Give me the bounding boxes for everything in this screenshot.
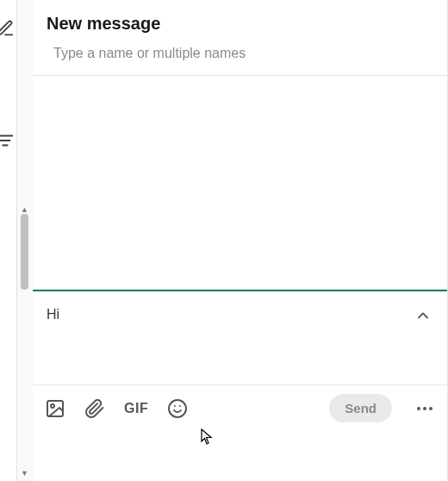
svg-point-9 (423, 407, 426, 410)
image-icon[interactable] (45, 398, 65, 419)
paperclip-icon[interactable] (84, 398, 105, 419)
scroll-down-arrow[interactable]: ▼ (21, 469, 28, 478)
footer-gap (33, 433, 447, 481)
svg-point-10 (429, 407, 432, 410)
conversation-area (33, 76, 447, 290)
send-button[interactable]: Send (329, 394, 392, 422)
more-horizontal-icon[interactable] (414, 398, 435, 419)
recipient-input[interactable] (53, 46, 433, 61)
svg-point-5 (169, 400, 186, 417)
svg-point-8 (417, 407, 420, 410)
panel-header: New message (33, 0, 447, 46)
compose-icon[interactable] (0, 19, 15, 41)
message-input[interactable] (47, 307, 413, 384)
compose-toolbar: GIF Send (33, 385, 447, 433)
svg-point-4 (51, 404, 54, 408)
compose-box: GIF Send (33, 290, 447, 433)
recipient-row (33, 46, 447, 76)
page-title: New message (47, 14, 433, 34)
gif-button[interactable]: GIF (124, 401, 148, 416)
sidebar-scroll: ▲ ▼ (17, 0, 33, 481)
chevron-up-icon[interactable] (413, 307, 433, 328)
scroll-up-arrow[interactable]: ▲ (21, 205, 28, 214)
left-rail (0, 0, 17, 481)
filter-icon[interactable] (0, 131, 15, 153)
scroll-thumb[interactable] (21, 214, 28, 290)
smiley-icon[interactable] (167, 398, 188, 419)
message-panel: New message (33, 0, 448, 481)
